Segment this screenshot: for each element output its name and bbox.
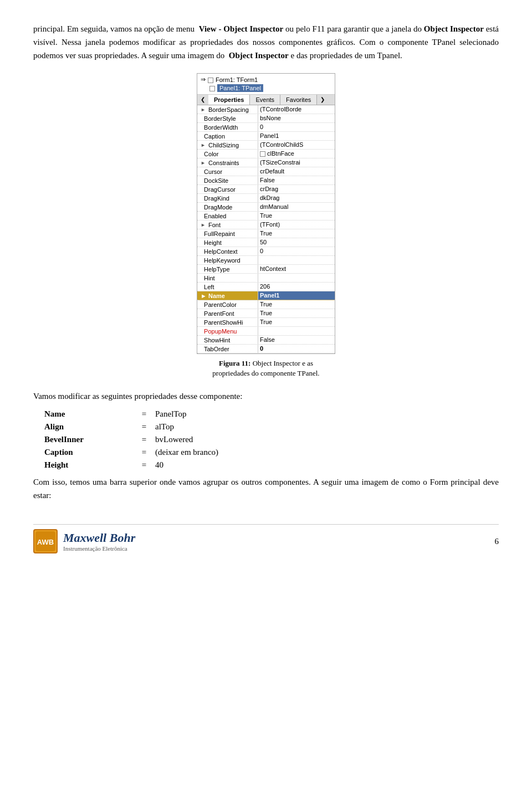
prop-name-label: Height bbox=[44, 460, 133, 470]
paragraph-1: principal. Em seguida, vamos na opção de… bbox=[33, 22, 499, 62]
prop-key: DragKind bbox=[197, 194, 258, 202]
prop-name-label: Caption bbox=[44, 448, 133, 457]
prop-key: ParentFont bbox=[197, 309, 258, 317]
prop-row-constraints: ► Constraints (TSizeConstrai bbox=[197, 158, 335, 167]
prop-val: bsNone bbox=[258, 114, 335, 122]
prop-val: 206 bbox=[258, 283, 335, 291]
prop-val bbox=[258, 327, 335, 335]
prop-key: Caption bbox=[197, 132, 258, 140]
prop-value-text: 40 bbox=[155, 460, 499, 470]
checkbox-form bbox=[208, 76, 213, 83]
prop-row-dragkind: DragKind dkDrag bbox=[197, 194, 335, 203]
logo-subtitle: Instrumentação Eletrônica bbox=[63, 545, 135, 552]
oi-tree: ⇒ Form1: TForm1 Panel1: TPanel bbox=[197, 74, 335, 95]
prop-val: True bbox=[258, 300, 335, 309]
prop-val: clBtnFace bbox=[258, 150, 335, 158]
figure-11: ⇒ Form1: TForm1 Panel1: TPanel ❮ Propert… bbox=[194, 73, 338, 378]
prop-key: Height bbox=[197, 238, 258, 247]
prop-row-borderstyle: BorderStyle bsNone bbox=[197, 114, 335, 123]
prop-val: (TSizeConstrai bbox=[258, 158, 335, 167]
prop-row-borderspacing: ► BorderSpacing (TControlBorde bbox=[197, 105, 335, 114]
prop-key: Color bbox=[197, 150, 258, 158]
prop-name-label: BevelInner bbox=[44, 435, 133, 444]
prop-row-fullrepaint: FullRepaint True bbox=[197, 229, 335, 238]
logo-text: Maxwell Bohr Instrumentação Eletrônica bbox=[63, 531, 135, 552]
prop-val: False bbox=[258, 176, 335, 184]
prop-row-helpcontext: HelpContext 0 bbox=[197, 247, 335, 256]
prop-row-align: Align = alTop bbox=[44, 422, 499, 432]
prop-key: HelpContext bbox=[197, 247, 258, 255]
form-label: Form1: TForm1 bbox=[216, 76, 258, 83]
prop-key: Cursor bbox=[197, 167, 258, 176]
page-footer: AWB Maxwell Bohr Instrumentação Eletrôni… bbox=[33, 524, 499, 553]
tab-arrow-left[interactable]: ❮ bbox=[197, 95, 208, 105]
prop-key: DockSite bbox=[197, 176, 258, 184]
prop-row-docksite: DockSite False bbox=[197, 176, 335, 185]
figure-caption-bold: Figura 11: bbox=[219, 359, 250, 367]
prop-row-helpkeyword: HelpKeyword bbox=[197, 256, 335, 265]
page-number: 6 bbox=[495, 537, 499, 546]
prop-table: Name = PanelTop Align = alTop BevelInner… bbox=[44, 409, 499, 470]
prop-key: HelpType bbox=[197, 265, 258, 273]
tab-favorites[interactable]: Favorites bbox=[280, 95, 317, 105]
prop-val: 0 bbox=[258, 345, 335, 353]
tab-arrow-right[interactable]: ❯ bbox=[317, 95, 328, 105]
prop-key: Left bbox=[197, 283, 258, 291]
prop-key: ► Name bbox=[197, 291, 258, 300]
prop-key: ParentShowHi bbox=[197, 318, 258, 326]
prop-val: True bbox=[258, 309, 335, 317]
oi-tabs: ❮ Properties Events Favorites ❯ bbox=[197, 95, 335, 105]
prop-key: DragCursor bbox=[197, 185, 258, 193]
prop-val: True bbox=[258, 212, 335, 220]
tab-events[interactable]: Events bbox=[250, 95, 280, 105]
prop-key: ► Constraints bbox=[197, 158, 258, 167]
prop-key: ► BorderSpacing bbox=[197, 105, 258, 114]
prop-row-height-40: Height = 40 bbox=[44, 460, 499, 470]
svg-text:AWB: AWB bbox=[37, 538, 54, 546]
prop-row-caption-blank: Caption = (deixar em branco) bbox=[44, 448, 499, 457]
prop-key: ShowHint bbox=[197, 336, 258, 344]
prop-row-left: Left 206 bbox=[197, 283, 335, 291]
prop-row-color: Color clBtnFace bbox=[197, 150, 335, 158]
prop-row-borderwidth: BorderWidth 0 bbox=[197, 123, 335, 132]
prop-eq-sign: = bbox=[133, 460, 155, 470]
prop-val: dkDrag bbox=[258, 194, 335, 202]
prop-row-childsizing: ► ChildSizing (TControlChildS bbox=[197, 141, 335, 150]
oi-tree-panel: Panel1: TPanel bbox=[201, 84, 331, 92]
prop-val: False bbox=[258, 336, 335, 344]
logo-icon: AWB bbox=[33, 529, 58, 553]
panel-label: Panel1: TPanel bbox=[217, 84, 263, 92]
expand-arrow-form: ⇒ bbox=[201, 76, 206, 83]
prop-val: Panel1 bbox=[258, 291, 335, 300]
prop-key: ► Font bbox=[197, 220, 258, 229]
paragraph-conclusion: Com isso, temos uma barra superior onde … bbox=[33, 475, 499, 502]
prop-val bbox=[258, 256, 335, 264]
prop-val: dmManual bbox=[258, 203, 335, 211]
prop-val: htContext bbox=[258, 265, 335, 273]
prop-key: HelpKeyword bbox=[197, 256, 258, 264]
logo-svg: AWB bbox=[35, 531, 55, 551]
figure-caption: Figura 11: Object Inspector e as proprie… bbox=[200, 358, 332, 378]
prop-key: BorderWidth bbox=[197, 123, 258, 131]
oi-properties: ► BorderSpacing (TControlBorde BorderSty… bbox=[197, 105, 335, 353]
object-inspector-image: ⇒ Form1: TForm1 Panel1: TPanel ❮ Propert… bbox=[197, 73, 335, 354]
prop-row-parentfont: ParentFont True bbox=[197, 309, 335, 318]
oi-tree-form: ⇒ Form1: TForm1 bbox=[201, 76, 331, 83]
checkbox-panel bbox=[209, 85, 215, 91]
prop-val: 50 bbox=[258, 238, 335, 247]
prop-val: (TControlChildS bbox=[258, 141, 335, 149]
prop-row-bevelinner: BevelInner = bvLowered bbox=[44, 435, 499, 444]
prop-row-parentcolor: ParentColor True bbox=[197, 300, 335, 309]
prop-key: Hint bbox=[197, 274, 258, 282]
prop-val bbox=[258, 274, 335, 282]
prop-val: Panel1 bbox=[258, 132, 335, 140]
prop-eq-sign: = bbox=[133, 422, 155, 432]
prop-value-text: bvLowered bbox=[155, 435, 499, 444]
prop-row-name: ► Name Panel1 bbox=[197, 291, 335, 300]
prop-row-parentshowhi: ParentShowHi True bbox=[197, 318, 335, 327]
prop-eq-sign: = bbox=[133, 409, 155, 419]
prop-row-showhint: ShowHint False bbox=[197, 336, 335, 345]
paragraph-modify-intro: Vamos modificar as seguintes propriedade… bbox=[33, 389, 499, 403]
prop-value-text: alTop bbox=[155, 422, 499, 432]
tab-properties[interactable]: Properties bbox=[208, 95, 250, 105]
